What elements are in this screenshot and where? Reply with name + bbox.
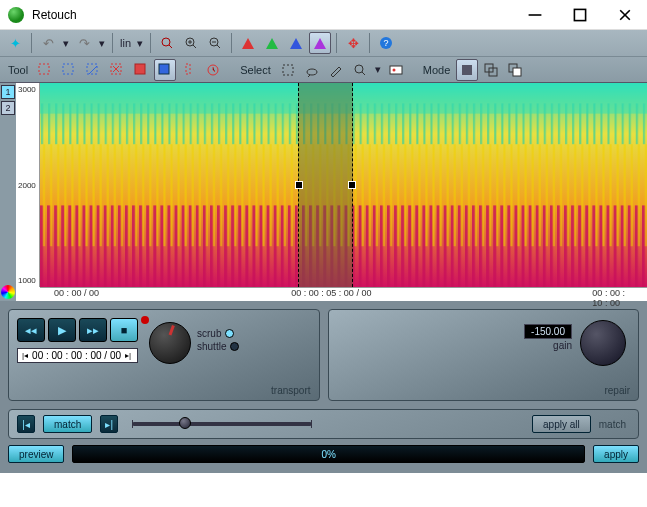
rewind-button[interactable]: ◂◂ (17, 318, 45, 342)
move-icon[interactable]: ✥ (342, 32, 364, 54)
toolbar-area: ✦ ↶ ▾ ↷ ▾ lin ▾ ✥ ? Tool Select (0, 30, 647, 83)
tool-marquee-sub-icon[interactable] (58, 59, 80, 81)
channel-tab-1[interactable]: 1 (1, 85, 15, 99)
mode-replace-icon[interactable] (456, 59, 478, 81)
svg-point-1 (162, 38, 170, 46)
match-panel: |◂ match ▸| apply all match (8, 409, 639, 439)
colormap-icon[interactable] (1, 285, 15, 299)
redo-button[interactable]: ↷ (73, 32, 95, 54)
tool-fill-icon[interactable] (130, 59, 152, 81)
zoom-out-icon[interactable] (204, 32, 226, 54)
select-color-icon[interactable] (385, 59, 407, 81)
scrub-radio[interactable] (225, 329, 234, 338)
x-tick: 00 : 00 : 10 : 00 (592, 288, 628, 308)
match-prev-button[interactable]: |◂ (17, 415, 35, 433)
mode-add-icon[interactable] (480, 59, 502, 81)
layer-1-button[interactable] (237, 32, 259, 54)
tool-group-label: Tool (4, 64, 32, 76)
time-selection[interactable] (298, 83, 353, 287)
jog-mode-group: scrub shuttle (197, 328, 239, 354)
play-button[interactable]: ▶ (48, 318, 76, 342)
match-button[interactable]: match (43, 415, 92, 433)
toolbar-row-2: Tool Select ▾ Mode (0, 56, 647, 82)
timecode-value: 00 : 00 : 00 : 00 / 00 (32, 350, 121, 361)
tc-start-icon[interactable]: |◂ (22, 351, 28, 360)
bottom-bar: preview 0% apply (8, 445, 639, 463)
progress-bar: 0% (72, 445, 585, 463)
svg-rect-6 (39, 64, 49, 74)
match-next-button[interactable]: ▸| (100, 415, 118, 433)
app-icon (8, 7, 24, 23)
select-lasso-icon[interactable] (301, 59, 323, 81)
select-dropdown-icon[interactable]: ▾ (373, 63, 383, 76)
scale-mode-label[interactable]: lin (118, 37, 133, 49)
tool-marquee-add-icon[interactable] (34, 59, 56, 81)
maximize-button[interactable] (557, 0, 602, 29)
channel-tabs: 1 2 (0, 83, 16, 301)
timecode-field[interactable]: |◂ 00 : 00 : 00 : 00 / 00 ▸| (17, 348, 138, 363)
match-slider-thumb[interactable] (179, 417, 191, 429)
time-axis: 00 : 00 / 00 00 : 00 : 05 : 00 / 00 00 :… (40, 287, 647, 301)
undo-dropdown-icon[interactable]: ▾ (61, 37, 71, 50)
repair-title: repair (604, 385, 630, 396)
svg-rect-0 (574, 9, 585, 20)
titlebar: Retouch (0, 0, 647, 30)
gain-label: gain (553, 340, 572, 351)
panel-row: ◂◂ ▶ ▸▸ ■ |◂ 00 : 00 : 00 : 00 / 00 ▸| s… (0, 301, 647, 409)
select-wand-icon[interactable] (349, 59, 371, 81)
mode-subtract-icon[interactable] (504, 59, 526, 81)
svg-text:?: ? (384, 38, 389, 48)
spectrogram-area: 1 2 3000 2000 1000 (0, 83, 647, 301)
undo-button[interactable]: ↶ (37, 32, 59, 54)
freq-axis: 3000 2000 1000 (16, 83, 40, 287)
scale-dropdown-icon[interactable]: ▾ (135, 37, 145, 50)
match-title: match (599, 419, 626, 430)
transport-buttons: ◂◂ ▶ ▸▸ ■ (17, 318, 138, 342)
tool-time-sel-icon[interactable] (178, 59, 200, 81)
tc-end-icon[interactable]: ▸| (125, 351, 131, 360)
tool-lasso-add-icon[interactable] (82, 59, 104, 81)
layer-3-button[interactable] (285, 32, 307, 54)
svg-rect-11 (159, 64, 169, 74)
tool-delete-icon[interactable] (106, 59, 128, 81)
preview-button[interactable]: preview (8, 445, 64, 463)
shuttle-radio[interactable] (230, 342, 239, 351)
svg-rect-14 (283, 65, 293, 75)
svg-point-15 (355, 65, 363, 73)
gain-knob[interactable] (580, 320, 626, 366)
gain-readout[interactable]: -150.00 (524, 324, 572, 339)
mode-group-label: Mode (419, 64, 455, 76)
tool-clock-icon[interactable] (202, 59, 224, 81)
stop-button[interactable]: ■ (110, 318, 138, 342)
grab-icon[interactable]: ✦ (4, 32, 26, 54)
y-tick: 3000 (18, 85, 41, 94)
repair-panel: -150.00 gain repair (328, 309, 640, 401)
forward-button[interactable]: ▸▸ (79, 318, 107, 342)
select-group-label: Select (236, 64, 275, 76)
select-brush-icon[interactable] (325, 59, 347, 81)
apply-button[interactable]: apply (593, 445, 639, 463)
help-icon[interactable]: ? (375, 32, 397, 54)
jog-wheel[interactable] (149, 322, 191, 364)
zoom-in-icon[interactable] (180, 32, 202, 54)
zoom-sel-icon[interactable] (156, 32, 178, 54)
x-tick: 00 : 00 / 00 (54, 288, 99, 298)
svg-rect-10 (135, 64, 145, 74)
minimize-button[interactable] (512, 0, 557, 29)
layer-2-button[interactable] (261, 32, 283, 54)
spectrogram-viewport[interactable]: 3000 2000 1000 (16, 83, 647, 301)
svg-rect-18 (462, 65, 472, 75)
apply-all-button[interactable]: apply all (532, 415, 591, 433)
transport-panel: ◂◂ ▶ ▸▸ ■ |◂ 00 : 00 : 00 : 00 / 00 ▸| s… (8, 309, 320, 401)
record-indicator-icon (141, 316, 149, 324)
layer-4-button[interactable] (309, 32, 331, 54)
channel-tab-2[interactable]: 2 (1, 101, 15, 115)
spectrogram-canvas-wrap[interactable] (40, 83, 647, 287)
y-tick: 1000 (18, 276, 41, 285)
match-slider[interactable] (132, 422, 312, 426)
select-rect-icon[interactable] (277, 59, 299, 81)
x-tick: 00 : 00 : 05 : 00 / 00 (291, 288, 371, 298)
tool-region-icon[interactable] (154, 59, 176, 81)
close-button[interactable] (602, 0, 647, 29)
redo-dropdown-icon[interactable]: ▾ (97, 37, 107, 50)
